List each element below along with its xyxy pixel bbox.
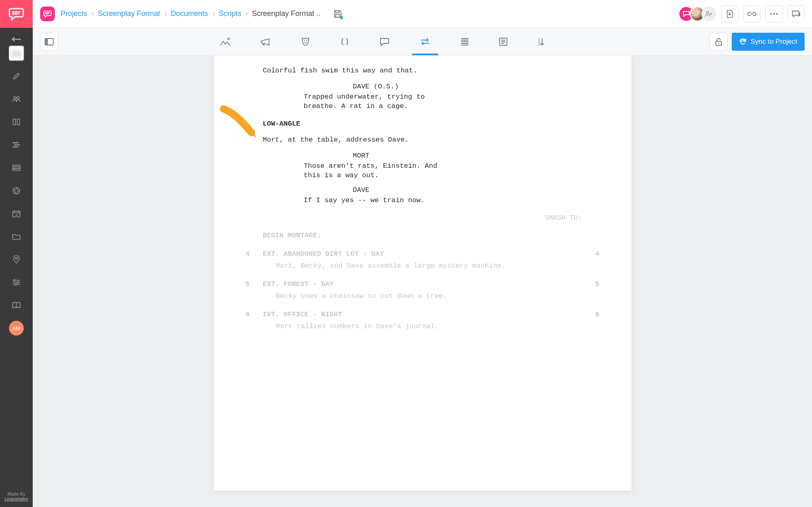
- pencil-icon: [13, 72, 20, 80]
- footer-link[interactable]: Leanometry: [5, 496, 28, 501]
- chat-icon: [43, 10, 52, 18]
- crumb-projects[interactable]: Projects: [61, 9, 87, 18]
- tool-parenthetical[interactable]: [337, 34, 353, 50]
- character-cue[interactable]: DAVE (O.S.): [353, 82, 607, 92]
- svg-rect-13: [336, 11, 339, 13]
- scene-number-left: 5: [238, 280, 263, 289]
- svg-point-0: [14, 97, 16, 99]
- tool-action[interactable]: [457, 34, 473, 50]
- svg-point-29: [718, 43, 719, 44]
- tool-announce[interactable]: [257, 34, 274, 50]
- sidebar-item-calendar[interactable]: [9, 206, 24, 221]
- tool-scene-numbers[interactable]: 12: [534, 34, 551, 50]
- scene-number-left: 4: [238, 250, 263, 259]
- svg-point-11: [17, 282, 19, 283]
- action-line[interactable]: Mort tallies numbers in Dave's journal.: [276, 322, 587, 331]
- mask-icon: [301, 37, 310, 47]
- refresh-icon: [739, 38, 746, 45]
- svg-point-18: [776, 13, 778, 15]
- scene-heading-row[interactable]: 4 EXT. ABANDONED DIRT LOT - DAY 4: [238, 250, 607, 259]
- sidebar-item-settings[interactable]: [9, 275, 24, 290]
- sync-to-project-button[interactable]: Sync to Project: [732, 33, 805, 51]
- scene-heading[interactable]: INT. OFFICE - NIGHT: [263, 310, 582, 320]
- layers-icon: [12, 142, 20, 148]
- save-status[interactable]: [333, 9, 342, 18]
- scene-heading[interactable]: EXT. ABANDONED DIRT LOT - DAY: [263, 250, 582, 259]
- add-collaborator-button[interactable]: [701, 7, 716, 21]
- sidebar-item-files[interactable]: [9, 229, 24, 244]
- editor-canvas[interactable]: Colorful fish swim this way and that. DA…: [33, 56, 812, 507]
- sidebar-item-shotlist[interactable]: [9, 183, 24, 198]
- crumb-documents[interactable]: Documents: [171, 9, 208, 18]
- chevron-right-icon: ›: [164, 9, 167, 18]
- scene-heading[interactable]: EXT. FOREST - DAY: [263, 280, 582, 289]
- svg-point-9: [16, 257, 18, 259]
- more-button[interactable]: [765, 5, 783, 23]
- montage-begin[interactable]: BEGIN MONTAGE:: [263, 231, 607, 241]
- svg-rect-20: [45, 38, 48, 45]
- script-page[interactable]: Colorful fish swim this way and that. DA…: [214, 56, 631, 491]
- tool-scene[interactable]: [216, 33, 234, 50]
- scene-number-left: 6: [238, 310, 263, 320]
- svg-point-15: [706, 11, 709, 14]
- add-user-icon: [705, 11, 713, 17]
- sidebar-item-cast[interactable]: [9, 92, 24, 106]
- sidebar-item-reports[interactable]: [9, 160, 24, 175]
- share-link-button[interactable]: [743, 5, 760, 23]
- transition-line[interactable]: SMASH TO:: [238, 214, 582, 223]
- pin-icon: [13, 255, 20, 264]
- crumb-scripts[interactable]: Scripts: [219, 9, 241, 18]
- scene-heading-row[interactable]: 6 INT. OFFICE - NIGHT 6: [238, 310, 607, 320]
- more-icon: [770, 13, 778, 15]
- tool-note[interactable]: [495, 33, 511, 50]
- scene-heading-row[interactable]: 5 EXT. FOREST - DAY 5: [238, 280, 607, 289]
- action-line[interactable]: Colorful fish swim this way and that.: [263, 66, 574, 76]
- action-line[interactable]: Becky uses a chainsaw to cut down a tree…: [276, 292, 587, 301]
- character-cue[interactable]: DAVE: [353, 186, 607, 195]
- sidebar-item-breakdown[interactable]: [9, 137, 24, 152]
- sidebar-item-sides[interactable]: [9, 115, 24, 129]
- subheader-shot[interactable]: LOW-ANGLE: [263, 119, 607, 129]
- action-line[interactable]: Mort, Becky, and Dave assemble a large m…: [276, 261, 587, 271]
- home-button[interactable]: [40, 7, 55, 21]
- editor-toolbar: 12 Sync to Project: [33, 28, 812, 56]
- svg-rect-6: [13, 169, 20, 171]
- svg-point-7: [13, 187, 20, 194]
- scene-number-right: 6: [582, 310, 607, 320]
- sidebar-item-locations[interactable]: [9, 252, 24, 267]
- tool-transition[interactable]: [416, 34, 434, 50]
- topbar-right: [679, 5, 805, 23]
- svg-point-17: [773, 13, 775, 15]
- action-line[interactable]: Mort, at the table, addresses Dave.: [263, 135, 574, 145]
- back-arrow-icon[interactable]: [12, 37, 21, 42]
- svg-point-21: [228, 38, 229, 40]
- chat-bubble-icon: [683, 11, 690, 17]
- toggle-sidebar-button[interactable]: [40, 33, 58, 51]
- sync-label: Sync to Project: [751, 38, 797, 46]
- user-avatar-mini[interactable]: AM: [9, 321, 24, 336]
- dialogue-line[interactable]: Trapped underwater, trying to breathe. A…: [304, 92, 517, 111]
- speech-icon: [792, 10, 801, 18]
- scene-number-right: 4: [582, 250, 607, 259]
- dialogue-line[interactable]: Those aren't rats, Einstein. And this is…: [304, 162, 517, 180]
- calendar-icon: [12, 210, 20, 217]
- tool-dialogue[interactable]: [376, 33, 393, 50]
- sidebar-item-read[interactable]: [9, 298, 24, 313]
- lock-button[interactable]: [710, 33, 728, 51]
- app-logo[interactable]: [0, 0, 33, 28]
- crumb-screenplay-format[interactable]: Screenplay Format: [98, 9, 160, 18]
- export-button[interactable]: [721, 5, 738, 23]
- bubble-icon: [379, 37, 390, 46]
- dialogue-line[interactable]: If I say yes -- we train now.: [304, 196, 517, 205]
- folder-icon: [12, 233, 20, 240]
- svg-point-12: [15, 284, 16, 285]
- sliders-icon: [12, 279, 20, 286]
- sidebar-item-edit[interactable]: [9, 69, 24, 83]
- unlock-icon: [715, 37, 723, 46]
- sidebar-item-script-page[interactable]: [9, 46, 24, 61]
- character-cue[interactable]: MORT: [353, 151, 607, 161]
- tool-character[interactable]: [297, 33, 314, 51]
- avatar-initials: AM: [12, 325, 20, 331]
- chat-button[interactable]: [787, 5, 805, 23]
- saved-indicator-dot: [340, 16, 343, 19]
